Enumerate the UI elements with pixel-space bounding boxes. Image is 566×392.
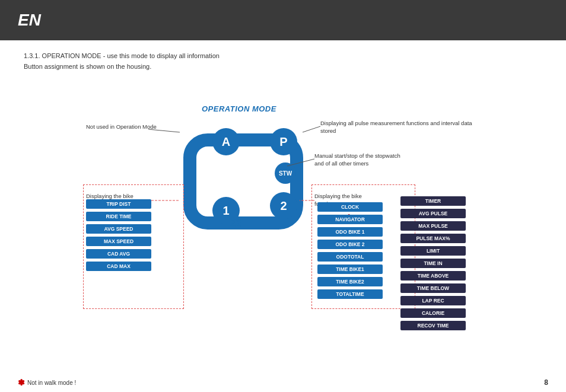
main-content: 1.3.1. OPERATION MODE - use this mode to… xyxy=(0,40,566,392)
btn-2[interactable]: 2 xyxy=(270,192,297,219)
z2-label: Z2 xyxy=(230,218,241,229)
right-functions: TIMER AVG PULSE MAX PULSE PULSE MAX% LIM… xyxy=(400,196,466,332)
btn-p[interactable]: P xyxy=(270,128,297,155)
func-time-below: TIME BELOW xyxy=(400,283,466,293)
func-trip-dist: TRIP DIST xyxy=(86,199,151,209)
func-limit: LIMIT xyxy=(400,246,466,256)
func-timer: TIMER xyxy=(400,196,466,206)
mid-functions: CLOCK NAVIGATOR ODO BIKE 1 ODO BIKE 2 OD… xyxy=(317,202,383,301)
func-max-speed: MAX SPEED xyxy=(86,237,151,246)
func-max-pulse: MAX PULSE xyxy=(400,221,466,231)
func-navigator: NAVIGATOR xyxy=(317,215,383,224)
loop-container: A P STW 1 2 Z2 xyxy=(178,115,297,234)
func-time-bike2: TIME BIKE2 xyxy=(317,277,383,286)
note-displaying-pulse: Displaying all pulse measurement functio… xyxy=(320,119,475,135)
left-functions: TRIP DIST RIDE TIME AVG SPEED MAX SPEED … xyxy=(86,199,151,273)
func-avg-pulse: AVG PULSE xyxy=(400,209,466,218)
func-time-in: TIME IN xyxy=(400,259,466,268)
func-ride-time: RIDE TIME xyxy=(86,212,151,221)
header: EN xyxy=(0,0,566,40)
func-odo-bike1: ODO BIKE 1 xyxy=(317,227,383,237)
func-cad-max: CAD MAX xyxy=(86,262,151,271)
footer-text: Not in walk mode ! xyxy=(27,380,76,386)
footer-asterisk: ✽ xyxy=(18,378,25,387)
diagram-area: OPERATION MODE A P STW 1 2 xyxy=(0,104,566,374)
func-time-above: TIME ABOVE xyxy=(400,271,466,281)
func-odototal: ODOTOTAL xyxy=(317,252,383,262)
footer-note: ✽ Not in walk mode ! xyxy=(18,378,76,387)
func-clock: CLOCK xyxy=(317,202,383,212)
func-avg-speed: AVG SPEED xyxy=(86,224,151,234)
desc-line1: 1.3.1. OPERATION MODE - use this mode to… xyxy=(24,51,548,62)
note-not-used: Not used in Operation Mode xyxy=(86,123,157,130)
func-pulse-max: PULSE MAX% xyxy=(400,234,466,243)
func-totaltime: TOTALTIME xyxy=(317,289,383,299)
desc-line2: Button assignment is shown on the housin… xyxy=(24,62,548,72)
func-lap-rec: LAP REC xyxy=(400,296,466,305)
func-time-bike1: TIME BIKE1 xyxy=(317,264,383,274)
btn-a[interactable]: A xyxy=(212,128,240,155)
op-mode-label: OPERATION MODE xyxy=(202,104,276,113)
func-cad-avg: CAD AVG xyxy=(86,249,151,259)
func-odo-bike2: ODO BIKE 2 xyxy=(317,240,383,249)
page-number: 8 xyxy=(544,378,548,387)
footer: ✽ Not in walk mode ! 8 xyxy=(0,378,566,387)
description: 1.3.1. OPERATION MODE - use this mode to… xyxy=(24,51,548,72)
func-calorie: CALORIE xyxy=(400,308,466,318)
note-manual-start: Manual start/stop of the stopwatch and o… xyxy=(314,152,400,168)
btn-stw[interactable]: STW xyxy=(275,162,296,184)
func-recov-time: RECOV TIME xyxy=(400,321,466,330)
header-title: EN xyxy=(18,11,41,30)
